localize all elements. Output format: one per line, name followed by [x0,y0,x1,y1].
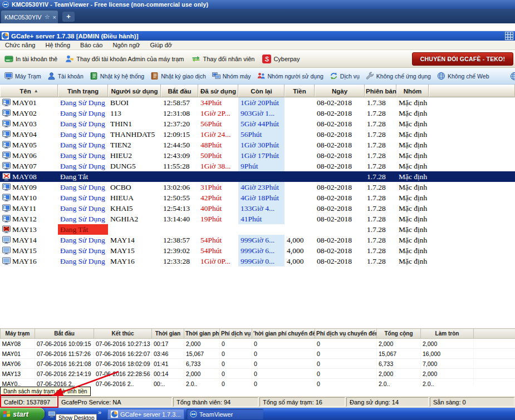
station-remaining-time [238,171,285,182]
billing-row-may13[interactable]: MAY1307-06-2016 22:14:1907-06-2016 22:28… [1,369,515,379]
nav-tab-tai-khoan[interactable]: Tài khoản [46,70,85,82]
billing-column-header-3[interactable]: Thời gian [152,329,184,339]
billing-column-header-7[interactable]: Phí dịch vụ chuyển đến [315,329,377,339]
station-filler-cell [429,97,515,108]
billing-row-may01[interactable]: MAY0107-06-2016 11:57:2607-06-2016 16:22… [1,349,515,359]
station-column-header-9[interactable]: Nhóm [396,85,429,97]
station-used-time: 42Phút [198,192,238,203]
station-start-time [161,224,198,235]
admin-key-icon [65,55,74,63]
session-grid-icon[interactable] [505,32,513,40]
session-tab[interactable]: KMC0530YIV ☆ × [1,11,58,23]
station-row-may10[interactable]: MAY10Đang Sử DụngHIEUA12:50:5542Phút4Giờ… [0,192,515,203]
station-column-header-6[interactable]: Tiền [285,85,315,97]
toolbar-button-in-tai-khoan-the[interactable]: In tài khoản thẻ [4,55,57,63]
station-row-may03[interactable]: MAY03Đang Sử DụngTHIN112:37:2056Phút5Giờ… [0,118,515,129]
taskbar-button-gcafe[interactable]: GCafe+ server 1.7.3... [107,409,184,419]
billing-column-header-5[interactable]: Phí dịch vụ [220,329,252,339]
station-column-header-5[interactable]: Còn lại [238,85,285,97]
menu-bao-cao[interactable]: Báo cáo [75,41,107,50]
gcafe-app-icon [2,32,9,39]
station-column-header-3[interactable]: Bắt đầu [161,85,198,97]
billing-column-header-2[interactable]: Kết thúc [94,329,152,339]
station-date: 08-02-2018 [315,182,365,192]
menu-giup-do[interactable]: Giúp đỡ [145,41,177,50]
station-row-may13[interactable]: MAY13Đang Tắt1.7.28Mặc định [0,224,515,235]
menubar: Chức năngHệ thốngBáo cáoNgôn ngữGiúp đỡ [0,41,515,50]
computer-icon [2,236,11,244]
billing-column-header-6[interactable]: 'hời gian phí chuyển đế [252,329,315,339]
station-column-header-4[interactable]: Đã sử dụng [198,85,238,97]
toolbar-button-label: Thay đổi tài khoản Admin của máy trạm [76,56,184,62]
station-used-time: 50Phút [198,150,238,161]
toolbar-button-thay-doi-tai-khoan-admin[interactable]: Thay đổi tài khoản Admin của máy trạm [65,55,184,63]
nav-tab-khong-che-ung-dung[interactable]: Không chế ứng dụng [365,70,432,82]
station-row-may11[interactable]: MAY11Đang Sử DụngKHAI512:54:1340Phút133G… [0,203,515,214]
nav-tab-nhat-ky-he-thong[interactable]: Nhật ký hệ thống [89,70,145,82]
station-filler-cell [429,214,515,224]
station-column-header-1[interactable]: Tình trạng [58,85,108,97]
billing-row-may06[interactable]: MAY0607-06-2016 16:21:0807-06-2016 18:02… [1,359,515,369]
station-remaining-time: 999Giờ 0... [238,256,285,266]
station-row-may15[interactable]: MAY15Đang Sử DụngMAY1512:39:0254Phút999G… [0,245,515,256]
station-row-may09[interactable]: MAY09Đang Sử DụngOCBO13:02:0631Phút4Giờ … [0,182,515,192]
menu-ngon-ngu[interactable]: Ngôn ngữ [107,41,145,50]
nav-tab-nhom-may[interactable]: Nhóm máy [211,70,252,82]
station-name-cell: MAY06 [0,150,58,161]
quick-launch-desktop-icon[interactable] [48,410,56,418]
station-row-may04[interactable]: MAY04Đang Sử DụngTHANHDAT512:09:151Giờ 2… [0,129,515,140]
nav-tab-may-tram[interactable]: Máy Trạm [3,70,42,82]
billing-column-header-4[interactable]: Thời gian phí [184,329,220,339]
station-remaining-time: 56Phút [238,129,285,140]
station-row-may06[interactable]: MAY06Đang Sử DụngHIEU212:43:0950Phút1Giờ… [0,150,515,161]
station-column-header-2[interactable]: Người sử dụng [108,85,161,97]
station-row-may08[interactable]: MAY08Đang Tắt1.7.28Mặc định [0,171,515,182]
billing-column-header-8[interactable]: Tổng cộng [377,329,421,339]
nav-tab-nhat-ky-giao-dich[interactable]: Nhật ký giao dịch [149,70,207,82]
station-used-time: 31Phút [198,182,238,192]
station-group: Mặc định [396,192,429,203]
station-column-header-7[interactable]: Ngày [315,85,365,97]
billing-row-may08[interactable]: MAY0807-06-2016 10:09:1507-06-2016 10:27… [1,339,515,349]
station-used-time: 40Phút [198,203,238,214]
toolbar-button-cyberpay[interactable]: Cyberpay [262,55,300,63]
station-group: Mặc định [396,224,429,235]
billing-column-header-9[interactable]: Làm tròn [421,329,474,339]
station-row-may14[interactable]: MAY14Đang Sử DụngMAY1412:38:5754Phút999G… [0,235,515,245]
menu-chuc-nang[interactable]: Chức năng [0,41,40,50]
toolbar-button-thay-doi-nhan-vien[interactable]: Thay đổi nhân viên [192,55,254,63]
billing-service-fee: 0 [220,359,252,369]
close-tab-icon[interactable]: × [53,14,56,21]
station-row-may05[interactable]: MAY05Đang Sử DụngTIEN212:44:5048Phút1Giờ… [0,140,515,150]
nav-tab-dich-vu[interactable]: Dịch vụ [328,70,361,82]
station-row-may16[interactable]: MAY16Đang Sử DụngMAY1612:33:281Giờ 0P...… [0,256,515,266]
billing-row-may0..[interactable]: MAY0..07-06-2016 2..07-06-2016 2..00:..2… [1,379,515,387]
favorite-star-icon[interactable]: ☆ [45,13,50,21]
station-date: 08-02-2018 [315,161,365,171]
station-status: Đang Sử Dụng [58,214,108,224]
station-row-may12[interactable]: MAY12Đang Sử DụngNGHIA213:14:4019Phút41P… [0,214,515,224]
nav-tab-nhom-nguoi-su-dung[interactable]: Nhóm người sử dụng [256,70,325,82]
station-group: Mặc định [396,108,429,118]
taskbar-button-teamviewer[interactable]: TeamViewer [187,409,263,419]
station-row-may07[interactable]: MAY07Đang Sử DụngDUNG511:55:281Giờ 38...… [0,161,515,171]
station-row-may02[interactable]: MAY02Đang Sử Dụng11312:31:081Giờ 2P...90… [0,108,515,118]
station-start-time [161,171,198,182]
billing-end: 07-06-2016 2.. [94,379,152,387]
toolbar-button-label: In tài khoản thẻ [16,56,57,62]
billing-column-header-1[interactable]: Bắt đầu [35,329,94,339]
nav-tab-khong-che-web[interactable]: Không chế Web [436,70,491,82]
station-row-may01[interactable]: MAY01Đang Sử DụngBUOI12:58:5734Phút1Giờ … [0,97,515,108]
billing-transfer-service-fee: 0 [315,369,377,379]
new-session-tab-button[interactable]: + [62,12,75,22]
billing-time-fee: 6,733 [184,359,220,369]
station-start-time: 12:38:57 [161,235,198,245]
promo-banner[interactable]: CHUYỂN ĐỔI GCAFÈ - TEKO! [412,52,513,66]
menu-he-thong[interactable]: Hệ thống [40,41,75,50]
billing-column-header-0[interactable]: Máy trạm [1,329,35,339]
quick-launch-overflow-chevron[interactable]: » [98,409,101,416]
start-button[interactable]: start [0,408,45,420]
station-column-header-8[interactable]: Phiên bản [365,85,396,97]
billing-panel: Máy trạmBắt đầuKết thúcThời gianThời gia… [0,328,515,386]
station-column-header-0[interactable]: Tên▲ [0,85,58,97]
